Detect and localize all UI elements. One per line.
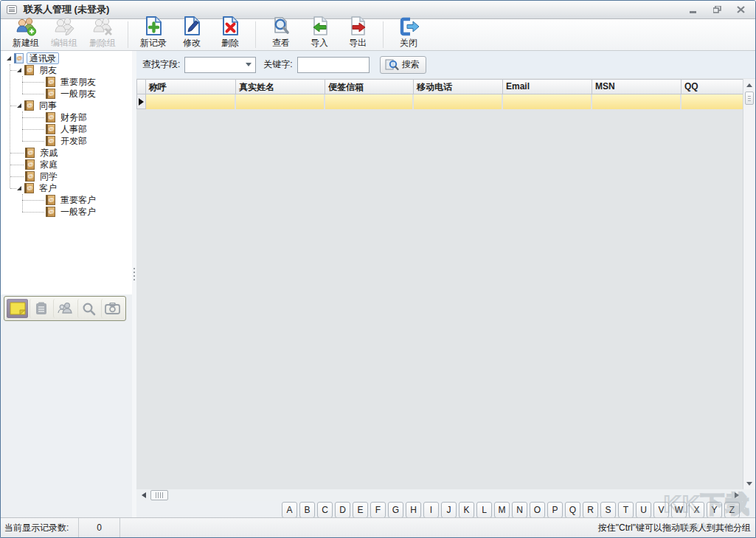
table-cell[interactable] bbox=[503, 94, 592, 109]
table-cell[interactable] bbox=[592, 94, 682, 109]
alphabet-button-c[interactable]: C bbox=[317, 502, 333, 518]
export-button[interactable]: 导出 bbox=[339, 19, 377, 50]
alphabet-button-i[interactable]: I bbox=[423, 502, 439, 518]
alphabet-button-m[interactable]: M bbox=[494, 502, 510, 518]
delete-group-button[interactable]: 删除组 bbox=[83, 19, 122, 50]
search-nav-button[interactable] bbox=[77, 299, 100, 318]
edit-group-button[interactable]: 编辑组 bbox=[45, 19, 83, 50]
alphabet-button-b[interactable]: B bbox=[299, 502, 315, 518]
view-record-button[interactable]: 查看 bbox=[262, 19, 300, 50]
alphabet-button-g[interactable]: G bbox=[388, 502, 403, 518]
edit-group-label: 编辑组 bbox=[51, 37, 77, 49]
alphabet-button-s[interactable]: S bbox=[600, 502, 616, 518]
status-hint: 按住"Ctrl"键可以拖动联系人到其他分组 bbox=[598, 522, 755, 534]
new-group-button[interactable]: 新建组 bbox=[7, 19, 45, 50]
tree-item-customers[interactable]: 客户 bbox=[4, 182, 129, 194]
table-cell[interactable] bbox=[236, 94, 325, 109]
tree-item-colleagues[interactable]: 同事 bbox=[4, 100, 129, 111]
tree-item-classmates[interactable]: 同学 bbox=[4, 170, 129, 182]
import-button[interactable]: 导入 bbox=[300, 19, 339, 50]
edit-record-button[interactable]: 修改 bbox=[173, 19, 211, 50]
system-menu-icon[interactable] bbox=[7, 5, 17, 14]
search-field-select[interactable] bbox=[184, 57, 256, 73]
scroll-left-icon[interactable] bbox=[138, 489, 149, 501]
scroll-down-icon[interactable] bbox=[743, 477, 755, 489]
scroll-right-icon[interactable] bbox=[731, 489, 742, 501]
restore-button[interactable] bbox=[708, 4, 726, 15]
content-area: 通讯录 朋友 重要朋友 一般朋友 bbox=[1, 51, 755, 517]
notepad-nav-button[interactable] bbox=[30, 299, 52, 318]
alphabet-button-d[interactable]: D bbox=[335, 502, 350, 518]
tree-connector bbox=[10, 176, 24, 177]
table-cell[interactable] bbox=[146, 94, 236, 109]
alphabet-button-v[interactable]: V bbox=[653, 502, 669, 518]
tree-item-label: 一般客户 bbox=[58, 207, 98, 217]
title-bar: 联系人管理 (未登录) bbox=[1, 1, 755, 19]
alphabet-button-r[interactable]: R bbox=[583, 502, 598, 518]
scroll-up-icon[interactable] bbox=[743, 79, 755, 91]
grid-column-header[interactable]: 便签信箱 bbox=[325, 79, 414, 94]
grid-column-header[interactable]: Email bbox=[503, 79, 592, 94]
contacts-nav-button[interactable] bbox=[53, 299, 75, 318]
tree-expand-icon[interactable] bbox=[16, 67, 23, 74]
table-row[interactable] bbox=[136, 94, 744, 109]
tree-item-family[interactable]: 家庭 bbox=[4, 159, 129, 170]
close-app-button[interactable]: 关闭 bbox=[389, 19, 428, 50]
import-label: 导入 bbox=[311, 37, 328, 49]
tree-connector bbox=[22, 117, 44, 118]
grid-column-header[interactable]: 称呼 bbox=[146, 79, 236, 94]
vertical-scrollbar[interactable] bbox=[743, 79, 755, 489]
edit-record-label: 修改 bbox=[183, 37, 201, 49]
keyword-input[interactable] bbox=[297, 57, 370, 73]
vertical-scroll-thumb[interactable] bbox=[745, 92, 754, 105]
left-nav-toolbar bbox=[4, 296, 126, 321]
alphabet-button-n[interactable]: N bbox=[512, 502, 527, 518]
delete-record-button[interactable]: 删除 bbox=[211, 19, 249, 50]
alphabet-button-e[interactable]: E bbox=[353, 502, 368, 518]
grid-column-header[interactable]: QQ bbox=[682, 79, 744, 94]
camera-nav-button[interactable] bbox=[101, 299, 123, 318]
group-book-icon bbox=[24, 183, 34, 193]
alphabet-button-q[interactable]: Q bbox=[565, 502, 580, 518]
alphabet-button-t[interactable]: T bbox=[618, 502, 634, 518]
delete-record-icon bbox=[221, 16, 240, 36]
tree-item-friends[interactable]: 朋友 bbox=[4, 64, 129, 76]
group-tree: 通讯录 朋友 重要朋友 一般朋友 bbox=[4, 52, 129, 218]
tree-item-relatives[interactable]: 亲戚 bbox=[4, 147, 129, 159]
alphabet-button-p[interactable]: P bbox=[547, 502, 563, 518]
group-book-icon bbox=[46, 195, 55, 205]
notes-nav-button[interactable] bbox=[7, 299, 28, 318]
table-cell[interactable] bbox=[325, 94, 414, 109]
record-count-label: 当前显示记录数: bbox=[1, 518, 79, 537]
row-selector-arrow-icon bbox=[136, 94, 146, 109]
alphabet-button-y[interactable]: Y bbox=[707, 502, 722, 518]
alphabet-button-a[interactable]: A bbox=[282, 502, 297, 518]
minimize-button[interactable] bbox=[684, 4, 702, 15]
tree-expand-icon[interactable] bbox=[16, 185, 23, 192]
search-panel: 查找字段: 关键字: 搜索 bbox=[136, 51, 755, 78]
horizontal-scrollbar[interactable] bbox=[136, 489, 755, 501]
grid-column-header[interactable]: MSN bbox=[592, 79, 682, 94]
alphabet-button-w[interactable]: W bbox=[671, 502, 687, 518]
grid-column-header[interactable]: 移动电话 bbox=[414, 79, 503, 94]
tree-item-label: 财务部 bbox=[58, 112, 89, 123]
table-cell[interactable] bbox=[682, 94, 744, 109]
alphabet-button-u[interactable]: U bbox=[636, 502, 651, 518]
alphabet-button-f[interactable]: F bbox=[370, 502, 386, 518]
alphabet-button-j[interactable]: J bbox=[441, 502, 457, 518]
tree-expand-icon[interactable] bbox=[6, 55, 13, 62]
tree-expand-icon[interactable] bbox=[16, 103, 23, 109]
tree-item-address-book[interactable]: 通讯录 bbox=[4, 52, 129, 64]
horizontal-scroll-thumb[interactable] bbox=[150, 490, 168, 500]
alphabet-button-l[interactable]: L bbox=[476, 502, 492, 518]
alphabet-button-o[interactable]: O bbox=[530, 502, 545, 518]
alphabet-button-k[interactable]: K bbox=[459, 502, 474, 518]
alphabet-button-x[interactable]: X bbox=[689, 502, 704, 518]
search-button[interactable]: 搜索 bbox=[380, 56, 426, 74]
alphabet-button-h[interactable]: H bbox=[406, 502, 421, 518]
new-record-button[interactable]: 新记录 bbox=[134, 19, 173, 50]
grid-column-header[interactable]: 真实姓名 bbox=[236, 79, 325, 94]
close-button[interactable] bbox=[732, 4, 749, 15]
alphabet-button-z[interactable]: Z bbox=[724, 502, 740, 518]
table-cell[interactable] bbox=[414, 94, 503, 109]
